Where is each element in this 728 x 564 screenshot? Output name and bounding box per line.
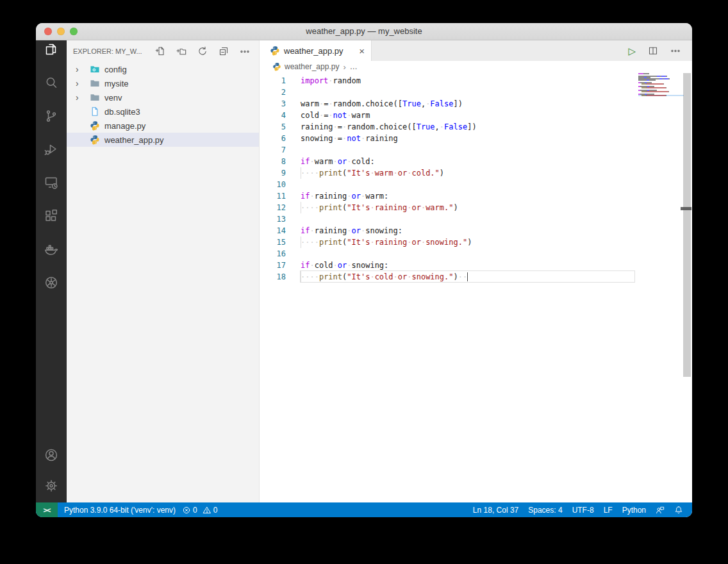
kubernetes-icon[interactable] bbox=[44, 275, 59, 290]
code-line-14[interactable]: 14if·raining·or·snowing: bbox=[260, 225, 638, 236]
line-number: 3 bbox=[268, 98, 286, 110]
line-number: 13 bbox=[268, 213, 286, 225]
code-line-9[interactable]: 9····print("It's·warm·or·cold.") bbox=[260, 167, 638, 179]
line-content: warm·=·random.choice([True,·False]) bbox=[301, 98, 463, 110]
cursor-position-status[interactable]: Ln 18, Col 37 bbox=[473, 506, 518, 515]
code-line-13[interactable]: 13 bbox=[260, 213, 638, 225]
run-button[interactable]: ▷ bbox=[628, 46, 636, 56]
feedback-icon[interactable] bbox=[656, 506, 665, 515]
file-row-db.sqlite3[interactable]: db.sqlite3 bbox=[67, 104, 259, 119]
code-line-17[interactable]: 17if·cold·or·snowing: bbox=[260, 260, 638, 271]
ellipsis-icon[interactable] bbox=[240, 46, 250, 56]
status-bar: ><Python 3.9.0 64-bit ('venv': venv)00 L… bbox=[36, 502, 692, 517]
line-number: 17 bbox=[268, 260, 286, 271]
code-line-11[interactable]: 11if·raining·or·warm: bbox=[260, 190, 638, 202]
breadcrumb-more[interactable]: … bbox=[350, 62, 358, 71]
file-label: db.sqlite3 bbox=[104, 107, 140, 117]
more-icon[interactable] bbox=[670, 46, 681, 56]
code-line-2[interactable]: 2 bbox=[260, 87, 638, 98]
line-number: 1 bbox=[268, 75, 286, 87]
code-line-4[interactable]: 4cold·=·not·warm bbox=[260, 110, 638, 121]
docker-icon[interactable] bbox=[44, 242, 59, 257]
file-row-weather_app.py[interactable]: weather_app.py bbox=[67, 133, 259, 147]
vertical-scrollbar[interactable] bbox=[683, 72, 691, 502]
explorer-actions bbox=[155, 46, 250, 56]
code-line-6[interactable]: 6snowing·=·not·raining bbox=[260, 133, 638, 144]
folder-config-icon bbox=[90, 64, 100, 74]
code-line-8[interactable]: 8if·warm·or·cold: bbox=[260, 156, 638, 167]
folder-icon bbox=[90, 92, 100, 103]
tab-label: weather_app.py bbox=[284, 46, 343, 56]
split-editor-icon[interactable] bbox=[648, 46, 658, 56]
code-line-7[interactable]: 7 bbox=[260, 144, 638, 156]
problems-status[interactable]: 00 bbox=[182, 506, 220, 515]
minimap-line bbox=[638, 95, 684, 96]
python-icon bbox=[90, 120, 100, 131]
file-row-venv[interactable]: ›venv bbox=[67, 90, 259, 104]
error-count: 0 bbox=[193, 506, 197, 515]
scrollbar-thumb[interactable] bbox=[683, 73, 691, 377]
vscode-window: weather_app.py — my_website EXPLORER: MY… bbox=[36, 23, 692, 517]
breadcrumb-file[interactable]: weather_app.py bbox=[285, 62, 339, 71]
line-content: if·warm·or·cold: bbox=[301, 156, 375, 167]
file-row-config[interactable]: ›config bbox=[67, 62, 259, 76]
refresh-icon[interactable] bbox=[197, 46, 208, 56]
python-interpreter-status[interactable]: Python 3.9.0 64-bit ('venv': venv) bbox=[64, 506, 176, 515]
code-editor[interactable]: 1import·random23warm·=·random.choice([Tr… bbox=[260, 72, 692, 502]
code-line-1[interactable]: 1import·random bbox=[260, 75, 638, 87]
line-number: 14 bbox=[268, 225, 286, 236]
minimize-window-button[interactable] bbox=[57, 28, 65, 35]
breadcrumb-separator-icon: › bbox=[343, 62, 345, 72]
file-row-mysite[interactable]: ›mysite bbox=[67, 76, 259, 90]
error-icon bbox=[182, 506, 191, 515]
file-row-manage.py[interactable]: manage.py bbox=[67, 119, 259, 133]
explorer-title: EXPLORER: MY_W... bbox=[73, 47, 142, 55]
code-line-3[interactable]: 3warm·=·random.choice([True,·False]) bbox=[260, 98, 638, 110]
file-sqlite-icon bbox=[90, 106, 100, 117]
status-right: Ln 18, Col 37Spaces: 4UTF-8LFPython bbox=[473, 502, 692, 517]
new-folder-icon[interactable] bbox=[176, 46, 186, 56]
close-tab-icon[interactable]: × bbox=[359, 46, 365, 56]
bell-icon[interactable] bbox=[674, 506, 683, 515]
line-number: 2 bbox=[268, 87, 286, 98]
text-cursor bbox=[467, 272, 468, 281]
zoom-window-button[interactable] bbox=[70, 28, 78, 35]
overview-ruler-cursor-marker bbox=[681, 207, 691, 210]
collapse-all-icon[interactable] bbox=[219, 46, 229, 56]
chevron-right-icon: › bbox=[76, 76, 88, 90]
debug-icon[interactable] bbox=[44, 142, 59, 157]
code-line-5[interactable]: 5raining·=·random.choice([True,·False]) bbox=[260, 121, 638, 133]
close-window-button[interactable] bbox=[44, 28, 52, 35]
source-control-icon[interactable] bbox=[44, 108, 59, 124]
account-icon[interactable] bbox=[44, 447, 59, 463]
folder-icon bbox=[90, 78, 100, 88]
encoding-status[interactable]: UTF-8 bbox=[572, 506, 594, 515]
eol-status[interactable]: LF bbox=[604, 506, 613, 515]
line-content: if·raining·or·snowing: bbox=[301, 225, 402, 236]
search-icon[interactable] bbox=[44, 75, 59, 90]
line-number: 11 bbox=[268, 190, 286, 202]
line-content: if·raining·or·warm: bbox=[301, 190, 388, 202]
extensions-icon[interactable] bbox=[44, 208, 59, 224]
remote-explorer-icon[interactable] bbox=[44, 175, 59, 190]
line-number: 7 bbox=[268, 144, 286, 156]
remote-indicator-icon[interactable]: >< bbox=[36, 502, 58, 517]
code-line-12[interactable]: 12····print("It's·raining·or·warm.") bbox=[260, 202, 638, 213]
desktop: { "window": { "title": "weather_app.py —… bbox=[0, 0, 728, 564]
line-number: 10 bbox=[268, 179, 286, 190]
code-line-18[interactable]: 18····print("It's·cold·or·snowing.")·· bbox=[260, 271, 638, 283]
warning-count: 0 bbox=[213, 506, 218, 515]
code-line-15[interactable]: 15····print("It's·raining·or·snowing.") bbox=[260, 236, 638, 248]
minimap[interactable] bbox=[638, 73, 684, 96]
code-line-10[interactable]: 10 bbox=[260, 179, 638, 190]
files-icon[interactable] bbox=[44, 42, 59, 57]
language-mode-status[interactable]: Python bbox=[622, 506, 646, 515]
gear-icon[interactable] bbox=[44, 478, 59, 494]
title-bar: weather_app.py — my_website bbox=[36, 23, 692, 40]
activity-bar-bottom bbox=[44, 447, 59, 494]
tab-weather-app[interactable]: weather_app.py × bbox=[260, 40, 372, 61]
explorer-sidebar: EXPLORER: MY_W... ›config›mysite›venvdb.… bbox=[67, 40, 259, 502]
indentation-status[interactable]: Spaces: 4 bbox=[528, 506, 562, 515]
code-line-16[interactable]: 16 bbox=[260, 248, 638, 260]
new-file-icon[interactable] bbox=[155, 46, 165, 56]
